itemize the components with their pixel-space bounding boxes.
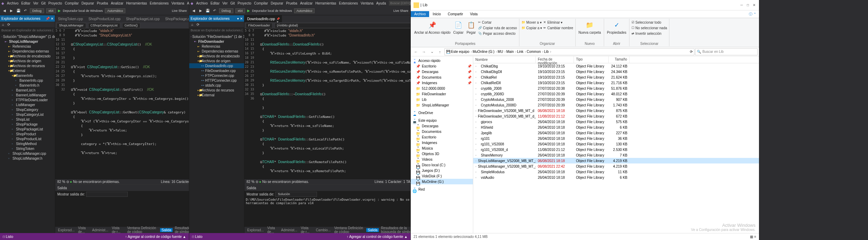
menu-extensiones[interactable]: Extensiones xyxy=(339,1,358,5)
bt-tab[interactable]: Vista de r... xyxy=(299,226,314,233)
menu-git[interactable]: Git xyxy=(41,1,46,5)
ext-node[interactable]: ▾📁External xyxy=(0,68,55,73)
bt-tab[interactable]: Ventana Definición de código xyxy=(333,226,366,233)
output-select[interactable] xyxy=(86,192,128,197)
file-node[interactable]: ▫ShopListManager.cpp xyxy=(0,151,55,156)
nav-quick-item[interactable]: 📌Imágenes📌 xyxy=(411,80,473,86)
file-row[interactable]: ▫ChilkatDbg19/10/2010 23:15Object File L… xyxy=(473,63,759,69)
file-node[interactable]: ▫BannerInfo.h xyxy=(0,83,55,88)
source-control[interactable]: ↑ Agregar al control de código fuente ▲ xyxy=(347,235,408,239)
menu-ver[interactable]: Ver xyxy=(222,1,227,5)
pin-icon[interactable]: ▾ ✕ xyxy=(237,17,243,21)
file-node[interactable]: ▫BannerListManager xyxy=(0,93,55,97)
menu-ventana[interactable]: Ventana xyxy=(361,1,374,5)
debug-target[interactable]: Depurador local de Windows xyxy=(63,9,103,13)
tab[interactable]: ShopPackageList.cpp xyxy=(123,15,162,22)
project-node[interactable]: ▸▫ShopListManager xyxy=(0,39,55,44)
back-icon[interactable]: ◀ xyxy=(191,8,196,13)
code-area[interactable]: 5 6 7 8 9 10 11 12 13 14 15 16 17 18 19 … xyxy=(55,29,189,179)
file-node[interactable]: ▫ShopList xyxy=(0,117,55,122)
invert-selection-button[interactable]: ⇄ Invertir selección xyxy=(632,31,667,36)
nav-method[interactable]: GetSize() xyxy=(122,23,140,28)
menu-depurar[interactable]: Depurar xyxy=(82,1,94,5)
file-row[interactable]: ▫CryptoModulus_2008D27/07/2010 20:39Obje… xyxy=(473,102,759,108)
col-name[interactable]: Nombre xyxy=(473,56,536,63)
file-row[interactable]: ▫ShareMemory26/04/2010 18:18Object File … xyxy=(473,152,759,158)
menu-git[interactable]: Git xyxy=(231,1,235,5)
close-icon[interactable]: 📌 ✕ xyxy=(276,17,279,20)
menu-analizar[interactable]: Analizar xyxy=(111,1,123,5)
select-all-button[interactable]: ☑ Seleccionar todo xyxy=(632,19,667,25)
config-select[interactable]: Debug xyxy=(219,8,233,13)
pin-quickaccess-button[interactable]: 📌Anclar al Acceso rápido xyxy=(414,19,451,36)
menu-editar[interactable]: Editar xyxy=(210,1,219,5)
back-button[interactable]: ← xyxy=(412,48,420,55)
paste-shortcut-button[interactable]: 📎 Pegar acceso directo xyxy=(478,31,517,36)
explorer-search[interactable] xyxy=(0,27,55,33)
new-folder-button[interactable]: 📁Nueva carpeta xyxy=(578,19,602,35)
file-node[interactable]: ▫StringMethod xyxy=(0,141,55,146)
menu-compilar[interactable]: Compilar xyxy=(254,1,268,5)
play-icon[interactable]: ▶ xyxy=(58,9,61,13)
file-node[interactable]: ▫ShopProductList xyxy=(0,136,55,141)
file-node[interactable]: ++FTPConnecter.cpp xyxy=(189,73,244,78)
file-row[interactable]: ▫Jpeglib26/04/2010 18:18Object File Libr… xyxy=(473,130,759,136)
rename-button[interactable]: ✏ Cambiar nombre xyxy=(543,25,573,31)
path-seg[interactable]: Main xyxy=(506,50,516,54)
refresh-icon[interactable]: ⟳ xyxy=(195,22,200,27)
liveshare-button[interactable]: Live Share xyxy=(393,9,408,13)
folder-node[interactable]: ▾📁BannerInfo xyxy=(0,73,55,78)
path-seg[interactable]: Link xyxy=(517,50,526,54)
nav-project[interactable]: FileDownloader xyxy=(246,23,273,28)
select-none-button[interactable]: ☐ No seleccionar nada xyxy=(632,25,667,31)
tab-archivo[interactable]: Archivo xyxy=(411,11,429,17)
bt-tab[interactable]: Administ... xyxy=(280,228,299,232)
ext-node[interactable]: ▸📁External xyxy=(189,93,244,97)
save-icon[interactable]: 💾 xyxy=(205,8,210,13)
undo-icon[interactable]: ↶ xyxy=(212,8,217,13)
nav-quick-item[interactable]: 📁FileDownloader xyxy=(411,91,473,97)
tab-inicio[interactable]: Inicio xyxy=(429,11,444,17)
tab[interactable]: ShopProductList.cpp xyxy=(86,15,123,22)
onedrive[interactable]: ⌄ ☁OneDrive xyxy=(411,110,473,115)
menu-depurar[interactable]: Depurar xyxy=(271,1,283,5)
deps-node[interactable]: ▸▫Dependencias externas xyxy=(0,49,55,54)
config-select[interactable]: Debug xyxy=(30,8,44,13)
nav-quick-item[interactable]: 📁Lib xyxy=(411,97,473,102)
output-body[interactable]: D:\MU\SourceCode\FileDownloader\FileDown… xyxy=(244,197,410,227)
menu-prueba[interactable]: Prueba xyxy=(97,1,108,5)
file-row[interactable]: ▫vstAudio26/04/2010 18:18Object File Lib… xyxy=(473,175,759,180)
file-node[interactable]: ▫FTPFileDownLoader xyxy=(0,97,55,102)
bt-tab[interactable]: Resultados de la búsqueda de símbolos xyxy=(173,226,189,233)
copy-path-button[interactable]: 🔗 Copiar ruta de acceso xyxy=(478,25,517,31)
save-icon[interactable]: 💾 xyxy=(16,8,21,13)
file-node[interactable]: ▫BannerInfo.cpp xyxy=(0,78,55,83)
nav-quick-item[interactable]: 📁512.0000.0000 xyxy=(411,86,473,91)
nav-project[interactable]: ShopListManager xyxy=(57,23,86,28)
liveshare-button[interactable]: Live Share xyxy=(172,9,187,13)
bt-tab[interactable]: Explorad... xyxy=(246,228,265,232)
file-row[interactable]: ▫ShopListManager_VS2008_MB_MT_d_006/08/2… xyxy=(473,163,759,169)
menu-archivo[interactable]: Archivo xyxy=(196,1,208,5)
project-node[interactable]: ▾▫FileDownloader xyxy=(189,39,244,44)
tab-compartir[interactable]: Compartir xyxy=(444,11,467,17)
nav-quick-item[interactable]: 📁ShopListManager xyxy=(411,102,473,108)
src-node[interactable]: ▾📁Archivos de origen xyxy=(189,58,244,63)
bt-tab[interactable]: Vista de... xyxy=(77,226,90,233)
file-node[interactable]: ++stdafx.cpp xyxy=(189,83,244,88)
menu-ventana[interactable]: Ventana xyxy=(172,1,184,5)
menu-analizar[interactable]: Analizar xyxy=(300,1,312,5)
refs-node[interactable]: ▸▫Referencias xyxy=(189,44,244,49)
menu-extensiones[interactable]: Extensiones xyxy=(150,1,168,5)
file-row[interactable]: ▫ChilkatRelDll19/10/2010 23:15Object Fil… xyxy=(473,80,759,86)
auto-select[interactable]: Automático xyxy=(105,8,125,13)
explorer-search[interactable] xyxy=(189,27,244,33)
path-seg[interactable]: Common xyxy=(527,50,543,54)
tab[interactable]: StringToken.cpp xyxy=(55,15,86,22)
menu-prueba[interactable]: Prueba xyxy=(286,1,297,5)
file-node[interactable]: ▫StringToken xyxy=(0,146,55,151)
platform-select[interactable]: x64 xyxy=(46,8,56,13)
nav-quick-item[interactable]: 📌Descargas📌 xyxy=(411,69,473,74)
delete-button[interactable]: ✕ Eliminar ▾ xyxy=(543,19,573,25)
menu-editar[interactable]: Editar xyxy=(21,1,30,5)
